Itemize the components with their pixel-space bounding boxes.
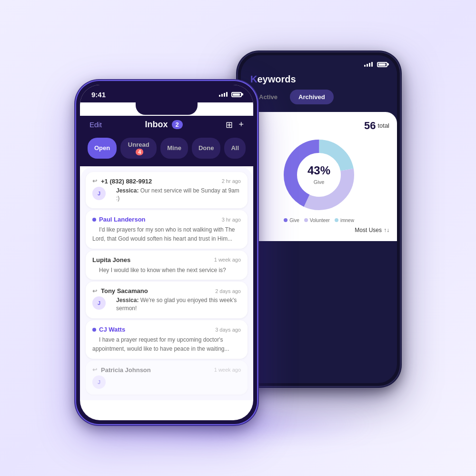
back-title-prefix: K bbox=[250, 74, 257, 84]
notch bbox=[136, 101, 198, 115]
message-time-5: 1 week ago bbox=[214, 367, 241, 373]
donut-label: Give bbox=[314, 179, 325, 185]
battery-fill-front bbox=[233, 93, 240, 96]
back-title: Keywords bbox=[250, 74, 387, 85]
header-actions: ⊞ + bbox=[226, 120, 244, 130]
avatar-0: J bbox=[92, 187, 106, 200]
message-item-3[interactable]: ↩ Tony Sacamano 2 days ago J Jessica: We… bbox=[86, 282, 248, 318]
inbox-badge: 2 bbox=[172, 120, 183, 129]
message-header-0: ↩ +1 (832) 882-9912 2 hr ago bbox=[92, 178, 241, 185]
message-preview-group-0: J Jessica: Our next service will be Sund… bbox=[92, 187, 241, 203]
signal-bars-front bbox=[219, 92, 228, 97]
message-header-2: Lupita Jones 1 week ago bbox=[92, 256, 241, 263]
battery-fill-back bbox=[378, 63, 386, 66]
signal-bar-f4 bbox=[226, 92, 228, 97]
unread-badge: 4 bbox=[136, 149, 143, 155]
battery-icon-back bbox=[377, 62, 387, 67]
tab-done[interactable]: Done bbox=[192, 138, 221, 159]
legend-volunteer: Volunteer bbox=[304, 218, 330, 223]
signal-bars-back bbox=[364, 62, 373, 67]
avatar-3: J bbox=[92, 296, 106, 310]
signal-bar-1 bbox=[364, 65, 366, 67]
phone-back-inner: Keywords Active Archived 56 total bbox=[241, 55, 397, 383]
edit-button[interactable]: Edit bbox=[89, 121, 102, 129]
reply-arrow-5: ↩ bbox=[92, 366, 97, 373]
donut-chart: 43% Give bbox=[281, 137, 357, 213]
tab-unread[interactable]: Unread 4 bbox=[120, 138, 157, 159]
most-uses-row: Most Uses ↑↓ bbox=[248, 227, 389, 233]
signal-bar-f3 bbox=[224, 93, 225, 97]
message-item-2[interactable]: Lupita Jones 1 week ago Hey I would like… bbox=[86, 251, 248, 280]
inbox-header: Edit Inbox 2 ⊞ + bbox=[80, 116, 253, 138]
filter-icon[interactable]: ⊞ bbox=[226, 120, 233, 130]
message-preview-4: I have a prayer request for my upcoming … bbox=[92, 336, 229, 352]
status-bar: 9:41 bbox=[80, 85, 253, 102]
reply-arrow-3: ↩ bbox=[92, 288, 97, 294]
message-preview-group-3: J Jessica: We're so glad you enjoyed thi… bbox=[92, 296, 241, 313]
message-preview-1: I'd like prayers for my son who is not w… bbox=[92, 226, 235, 242]
message-preview-0: Jessica: Our next service will be Sunday… bbox=[116, 187, 241, 203]
tab-open[interactable]: Open bbox=[88, 138, 117, 159]
message-header-1: Paul Landerson 3 hr ago bbox=[92, 216, 241, 223]
signal-bar-2 bbox=[367, 64, 368, 67]
legend-label-imnew: imnew bbox=[340, 218, 354, 223]
message-time-2: 1 week ago bbox=[214, 257, 241, 263]
message-sender-5: ↩ Patricia Johnson bbox=[92, 366, 151, 374]
signal-bar-4 bbox=[371, 62, 373, 67]
compose-icon[interactable]: + bbox=[238, 120, 244, 130]
status-icons bbox=[219, 92, 242, 97]
phone-back-keywords: Keywords Active Archived 56 total bbox=[238, 52, 400, 386]
back-title-text: eywords bbox=[257, 74, 296, 84]
message-item-5[interactable]: ↩ Patricia Johnson 1 week ago J bbox=[86, 361, 248, 395]
message-time-0: 2 hr ago bbox=[222, 178, 241, 184]
message-sender-4: CJ Watts bbox=[92, 326, 125, 333]
legend-label-volunteer: Volunteer bbox=[310, 218, 330, 223]
signal-bar-f1 bbox=[219, 95, 220, 97]
total-number: 56 bbox=[364, 120, 376, 132]
signal-bar-f2 bbox=[221, 94, 223, 97]
message-header-3: ↩ Tony Sacamano 2 days ago bbox=[92, 287, 241, 294]
message-header-5: ↩ Patricia Johnson 1 week ago bbox=[92, 366, 241, 374]
legend-dot-give bbox=[284, 218, 288, 222]
reply-arrow-0: ↩ bbox=[92, 178, 97, 184]
legend-dot-imnew bbox=[335, 218, 338, 222]
inbox-title: Inbox bbox=[145, 120, 168, 130]
phone-front-inbox: 9:41 Edit bbox=[76, 81, 257, 424]
message-item-4[interactable]: CJ Watts 3 days ago I have a prayer requ… bbox=[86, 320, 248, 359]
phone-front-inner: 9:41 Edit bbox=[80, 85, 253, 420]
keywords-content: 56 total bbox=[241, 112, 397, 241]
message-preview-2: Hey I would like to know when the next s… bbox=[99, 267, 226, 273]
donut-center: 43% Give bbox=[307, 164, 330, 186]
message-item-1[interactable]: Paul Landerson 3 hr ago I'd like prayers… bbox=[86, 210, 248, 249]
legend-dot-volunteer bbox=[304, 218, 308, 222]
message-sender-2: Lupita Jones bbox=[92, 256, 130, 263]
most-uses-label: Most Uses bbox=[355, 227, 382, 233]
message-header-4: CJ Watts 3 days ago bbox=[92, 326, 241, 333]
back-header: Keywords Active Archived bbox=[241, 70, 397, 110]
total-label: total bbox=[377, 122, 389, 129]
message-preview-3: Jessica: We're so glad you enjoyed this … bbox=[116, 296, 241, 313]
message-sender-3: ↩ Tony Sacamano bbox=[92, 287, 148, 294]
signal-bar-3 bbox=[369, 63, 370, 67]
message-sender-0: ↩ +1 (832) 882-9912 bbox=[92, 178, 152, 185]
legend-give: Give bbox=[284, 218, 299, 223]
message-sender-1: Paul Landerson bbox=[92, 216, 146, 223]
legend-imnew: imnew bbox=[335, 218, 354, 223]
tab-archived[interactable]: Archived bbox=[290, 90, 334, 104]
message-time-1: 3 hr ago bbox=[222, 217, 241, 223]
sort-icon[interactable]: ↑↓ bbox=[384, 227, 389, 233]
phones-container: Keywords Active Archived 56 total bbox=[76, 52, 400, 424]
message-time-4: 3 days ago bbox=[215, 327, 241, 333]
avatar-5: J bbox=[92, 375, 106, 389]
tab-all[interactable]: All bbox=[224, 138, 246, 159]
message-item-0[interactable]: ↩ +1 (832) 882-9912 2 hr ago J Jessica: … bbox=[86, 172, 248, 209]
tab-mine[interactable]: Mine bbox=[160, 138, 188, 159]
donut-percent: 43% bbox=[307, 164, 330, 177]
legend-label-give: Give bbox=[289, 218, 299, 223]
status-time: 9:41 bbox=[91, 91, 106, 99]
message-preview-group-5: J bbox=[92, 375, 241, 389]
unread-dot-1 bbox=[92, 218, 96, 222]
messages-list: ↩ +1 (832) 882-9912 2 hr ago J Jessica: … bbox=[80, 166, 253, 400]
battery-icon-front bbox=[231, 92, 242, 97]
back-status-bar bbox=[241, 55, 397, 70]
